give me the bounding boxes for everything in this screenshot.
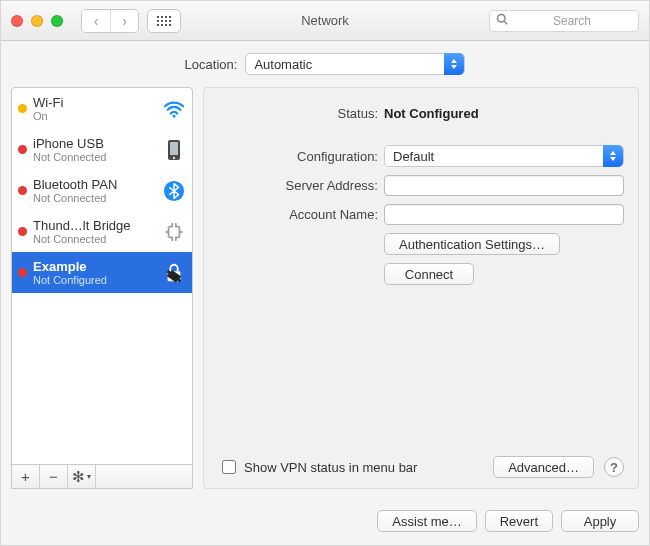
nav-back-forward: ‹ › [81,9,139,33]
svg-point-8 [180,230,183,233]
svg-point-2 [173,114,176,117]
connect-button[interactable]: Connect [384,263,474,285]
status-dot [18,104,27,113]
svg-point-5 [173,156,175,158]
interface-status: Not Connected [33,233,156,245]
sidebar-item-thunderbolt-bridge[interactable]: Thund…lt Bridge Not Connected [12,211,192,252]
status-dot [18,268,27,277]
revert-button[interactable]: Revert [485,510,553,532]
add-interface-button[interactable]: + [12,465,40,488]
svg-line-1 [504,21,507,24]
sidebar-item-iphone-usb[interactable]: iPhone USB Not Connected [12,129,192,170]
help-button[interactable]: ? [604,457,624,477]
location-label: Location: [185,57,238,72]
svg-point-0 [498,15,506,23]
interface-actions-menu[interactable]: ✻▾ [68,465,96,488]
sidebar-footer: + − ✻▾ [12,464,192,488]
detail-pane: Status: Not Configured Configuration: De… [203,87,639,489]
status-dot [18,145,27,154]
show-all-button[interactable] [147,9,181,33]
location-value: Automatic [254,57,312,72]
status-dot [18,186,27,195]
minimize-window-button[interactable] [31,15,43,27]
configuration-value: Default [393,149,434,164]
interface-status: Not Connected [33,192,156,204]
server-address-input[interactable] [384,175,624,196]
location-row: Location: Automatic [1,41,649,87]
vpn-lock-icon [162,262,186,284]
configuration-select[interactable]: Default [384,145,624,167]
search-icon [496,13,508,28]
titlebar: ‹ › Network [1,1,649,41]
network-prefs-window: ‹ › Network Location: Automatic [0,0,650,546]
interface-name: Bluetooth PAN [33,177,156,192]
interface-list: Wi-Fi On iPhone USB Not Connected [12,88,192,464]
svg-rect-4 [170,142,178,155]
interface-status: On [33,110,156,122]
interface-name: Thund…lt Bridge [33,218,156,233]
body: Wi-Fi On iPhone USB Not Connected [1,87,649,497]
location-select[interactable]: Automatic [245,53,465,75]
grid-icon [157,16,171,26]
search-input[interactable] [512,13,632,29]
advanced-button[interactable]: Advanced… [493,456,594,478]
configuration-row: Configuration: Default [218,145,624,167]
server-address-label: Server Address: [218,178,378,193]
show-vpn-checkbox-row[interactable]: Show VPN status in menu bar [218,457,417,477]
sidebar-item-vpn-example[interactable]: Example Not Configured [12,252,192,293]
detail-footer: Show VPN status in menu bar Advanced… ? [218,456,624,478]
show-vpn-checkbox[interactable] [222,460,236,474]
interface-name: Wi-Fi [33,95,156,110]
thunderbolt-bridge-icon [162,223,186,241]
bluetooth-icon [162,180,186,202]
back-button[interactable]: ‹ [82,10,110,32]
show-vpn-label: Show VPN status in menu bar [244,460,417,475]
zoom-window-button[interactable] [51,15,63,27]
interface-status: Not Configured [33,274,156,286]
gear-icon: ✻ [72,468,85,486]
account-name-label: Account Name: [218,207,378,222]
server-address-row: Server Address: [218,175,624,196]
forward-button[interactable]: › [110,10,138,32]
sidebar-item-wifi[interactable]: Wi-Fi On [12,88,192,129]
interface-sidebar: Wi-Fi On iPhone USB Not Connected [11,87,193,489]
sidebar-item-bluetooth-pan[interactable]: Bluetooth PAN Not Connected [12,170,192,211]
configuration-label: Configuration: [218,149,378,164]
search-field-wrap[interactable] [489,10,639,32]
chevron-down-icon: ▾ [87,472,91,481]
bottom-button-row: Assist me… Revert Apply [1,497,649,545]
close-window-button[interactable] [11,15,23,27]
dropdown-icon [603,145,623,167]
interface-status: Not Connected [33,151,156,163]
status-value: Not Configured [384,106,479,121]
svg-point-7 [165,230,168,233]
account-name-row: Account Name: [218,204,624,225]
auth-settings-button[interactable]: Authentication Settings… [384,233,560,255]
phone-icon [162,139,186,161]
status-dot [18,227,27,236]
assist-me-button[interactable]: Assist me… [377,510,476,532]
interface-name: Example [33,259,156,274]
remove-interface-button[interactable]: − [40,465,68,488]
dropdown-icon [444,53,464,75]
interface-name: iPhone USB [33,136,156,151]
status-row: Status: Not Configured [218,102,624,141]
traffic-lights [11,15,63,27]
apply-button[interactable]: Apply [561,510,639,532]
wifi-icon [162,100,186,118]
account-name-input[interactable] [384,204,624,225]
status-label: Status: [218,106,378,121]
